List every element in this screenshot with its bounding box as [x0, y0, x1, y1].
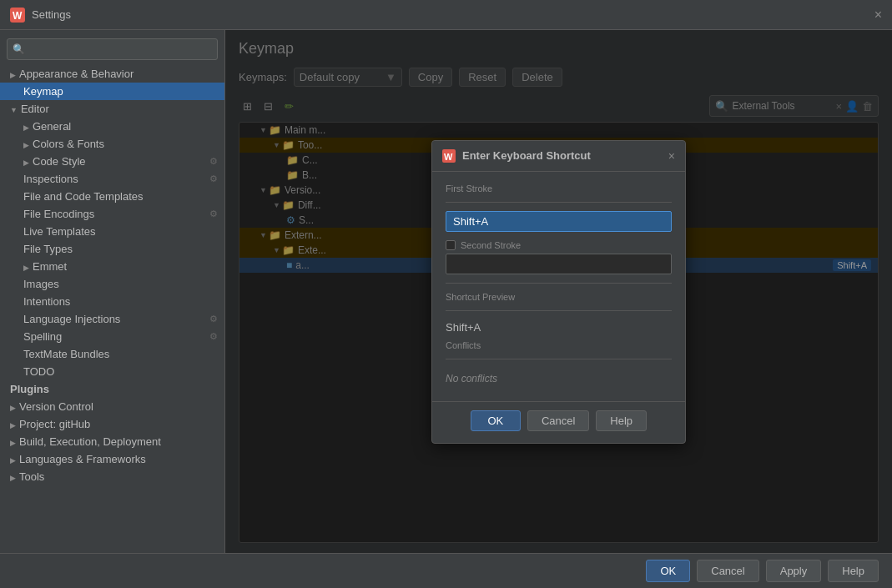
- sidebar-item-label: Live Templates: [23, 225, 95, 238]
- ok-button[interactable]: OK: [646, 560, 690, 582]
- window-title: Settings: [32, 8, 71, 21]
- second-stroke-input[interactable]: [446, 254, 672, 274]
- sidebar-item-keymap[interactable]: Keymap: [0, 83, 224, 100]
- sidebar-item-label: Language Injections: [23, 313, 120, 325]
- sidebar-item-textmate-bundles[interactable]: TextMate Bundles: [0, 345, 224, 363]
- sidebar-search-icon: 🔍: [13, 43, 25, 55]
- sidebar-item-colors-fonts[interactable]: Colors & Fonts: [0, 135, 224, 153]
- arrow-right-icon: [23, 260, 33, 273]
- sidebar-item-inspections[interactable]: Inspections ⚙: [0, 170, 224, 188]
- sidebar-item-todo[interactable]: TODO: [0, 363, 224, 380]
- settings-icon: ⚙: [209, 314, 218, 324]
- sidebar-item-label: TextMate Bundles: [23, 348, 109, 360]
- settings-icon: ⚙: [209, 173, 218, 184]
- sidebar-item-label: Version Control: [19, 400, 93, 413]
- arrow-right-icon: [10, 68, 19, 80]
- divider-1: [446, 202, 672, 203]
- sidebar-item-label: Languages & Frameworks: [19, 453, 146, 465]
- second-stroke-checkbox[interactable]: [446, 240, 456, 250]
- modal-body: First Stroke Second Stroke Shortcut Prev…: [432, 172, 685, 401]
- sidebar-search-input[interactable]: [28, 43, 212, 55]
- modal-overlay: W Enter Keyboard Shortcut × First Stroke…: [225, 30, 892, 553]
- sidebar-item-label: Inspections: [23, 173, 78, 185]
- sidebar-item-languages-frameworks[interactable]: Languages & Frameworks: [0, 450, 224, 468]
- modal-footer: OK Cancel Help: [432, 401, 685, 443]
- modal-close-icon[interactable]: ×: [668, 149, 675, 163]
- sidebar: 🔍 Appearance & Behavior Keymap Editor Ge…: [0, 30, 225, 553]
- arrow-right-icon: [10, 453, 19, 465]
- arrow-right-icon: [10, 435, 19, 448]
- modal-help-button[interactable]: Help: [596, 410, 647, 431]
- settings-icon: ⚙: [209, 331, 218, 342]
- arrow-right-icon: [23, 138, 33, 150]
- divider-3: [446, 310, 672, 311]
- sidebar-item-appearance-behavior[interactable]: Appearance & Behavior: [0, 65, 224, 83]
- shortcut-preview-value: Shift+A: [446, 319, 672, 335]
- settings-icon: ⚙: [209, 209, 218, 219]
- sidebar-item-label: Colors & Fonts: [33, 138, 104, 150]
- sidebar-item-file-code-templates[interactable]: File and Code Templates: [0, 188, 224, 205]
- sidebar-item-label: Project: gitHub: [19, 418, 90, 430]
- sidebar-item-general[interactable]: General: [0, 118, 224, 135]
- sidebar-item-emmet[interactable]: Emmet: [0, 258, 224, 275]
- sidebar-item-label: Emmet: [33, 260, 67, 273]
- title-bar: W Settings ×: [0, 0, 892, 30]
- sidebar-item-label: Spelling: [23, 330, 62, 343]
- sidebar-item-file-types[interactable]: File Types: [0, 240, 224, 258]
- arrow-right-icon: [10, 470, 19, 483]
- sidebar-item-images[interactable]: Images: [0, 275, 224, 293]
- modal-logo-icon: W: [442, 149, 456, 163]
- sidebar-item-label: Tools: [19, 470, 44, 483]
- sidebar-item-spelling[interactable]: Spelling ⚙: [0, 328, 224, 345]
- arrow-right-icon: [10, 400, 19, 413]
- second-stroke-label: Second Stroke: [461, 240, 521, 250]
- arrow-right-icon: [23, 120, 33, 133]
- sidebar-item-label: Editor: [21, 103, 49, 115]
- sidebar-item-language-injections[interactable]: Language Injections ⚙: [0, 310, 224, 328]
- sidebar-item-label: General: [33, 120, 71, 133]
- sidebar-item-label: Build, Execution, Deployment: [19, 435, 161, 448]
- sidebar-item-label: Appearance & Behavior: [19, 68, 134, 80]
- divider-2: [446, 283, 672, 284]
- cancel-button[interactable]: Cancel: [697, 560, 758, 582]
- sidebar-item-editor[interactable]: Editor: [0, 100, 224, 118]
- arrow-right-icon: [10, 418, 19, 430]
- shortcut-preview-label: Shortcut Preview: [446, 292, 672, 302]
- conflicts-value: No conflicts: [446, 368, 672, 389]
- modal-ok-button[interactable]: OK: [471, 410, 521, 431]
- help-button[interactable]: Help: [828, 560, 879, 582]
- sidebar-item-label: Intentions: [23, 295, 70, 308]
- sidebar-item-project-github[interactable]: Project: gitHub: [0, 415, 224, 433]
- modal-title-bar: W Enter Keyboard Shortcut ×: [432, 141, 685, 172]
- modal-title: Enter Keyboard Shortcut: [462, 149, 668, 162]
- sidebar-item-label: TODO: [23, 365, 54, 378]
- sidebar-item-label: Plugins: [10, 383, 49, 395]
- modal-cancel-button[interactable]: Cancel: [527, 410, 589, 431]
- sidebar-item-intentions[interactable]: Intentions: [0, 293, 224, 310]
- sidebar-item-plugins[interactable]: Plugins: [0, 380, 224, 398]
- conflicts-label: Conflicts: [446, 340, 672, 350]
- sidebar-item-tools[interactable]: Tools: [0, 468, 224, 485]
- sidebar-keymap-label: Keymap: [23, 85, 63, 98]
- sidebar-item-label: File Encodings: [23, 208, 94, 220]
- sidebar-item-version-control[interactable]: Version Control: [0, 398, 224, 415]
- sidebar-item-live-templates[interactable]: Live Templates: [0, 223, 224, 240]
- sidebar-search-box[interactable]: 🔍: [7, 38, 218, 60]
- sidebar-item-file-encodings[interactable]: File Encodings ⚙: [0, 205, 224, 223]
- sidebar-item-code-style[interactable]: Code Style ⚙: [0, 153, 224, 170]
- settings-icon: ⚙: [209, 156, 218, 167]
- svg-text:W: W: [444, 152, 453, 162]
- content-area: Keymap Keymaps: Default copy ▼ Copy Rese…: [225, 30, 892, 553]
- close-icon[interactable]: ×: [874, 8, 882, 22]
- apply-button[interactable]: Apply: [766, 560, 822, 582]
- app-logo-icon: W: [10, 8, 25, 23]
- bottom-bar: OK Cancel Apply Help: [0, 553, 892, 588]
- svg-text:W: W: [13, 10, 23, 22]
- sidebar-item-label: Code Style: [33, 155, 86, 168]
- first-stroke-input[interactable]: [446, 211, 672, 232]
- sidebar-item-label: File Types: [23, 243, 73, 255]
- sidebar-item-build-execution[interactable]: Build, Execution, Deployment: [0, 433, 224, 450]
- arrow-down-icon: [10, 103, 21, 115]
- arrow-right-icon: [23, 155, 33, 168]
- sidebar-item-label: File and Code Templates: [23, 190, 144, 203]
